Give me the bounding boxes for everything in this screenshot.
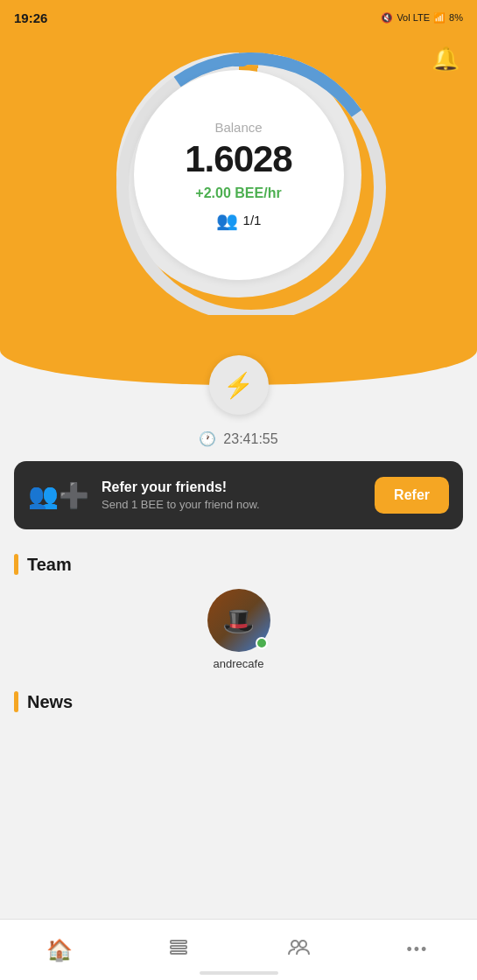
team-title: Team: [27, 555, 72, 575]
news-section: News: [14, 691, 463, 712]
bottom-nav: 🏠 •••: [0, 919, 477, 980]
refer-card: 👥➕ Refer your friends! Send 1 BEE to you…: [14, 461, 463, 529]
circle-inner: Balance 1.6028 +2.00 BEE/hr 👥 1/1: [134, 70, 344, 280]
progress-dot: [230, 58, 248, 66]
balance-value: 1.6028: [185, 138, 291, 180]
battery-text: 8%: [449, 12, 463, 23]
timer-value: 23:41:55: [223, 431, 277, 447]
team-count-value: 1/1: [243, 213, 262, 228]
nav-home[interactable]: 🏠: [0, 920, 119, 980]
nav-more[interactable]: •••: [358, 920, 477, 980]
yellow-wave: ⚡: [0, 315, 477, 385]
refer-subtitle: Send 1 BEE to your friend now.: [102, 498, 362, 511]
top-section: 🔔 Balance 1.6028 +2.00 BEE/hr 👥 1/1: [0, 35, 477, 350]
list-icon: [168, 937, 189, 963]
balance-circle-container: Balance 1.6028 +2.00 BEE/hr 👥 1/1: [116, 52, 361, 298]
circle-outer: Balance 1.6028 +2.00 BEE/hr 👥 1/1: [116, 52, 361, 298]
refer-button[interactable]: Refer: [375, 477, 449, 514]
avatar-wrapper: 🎩: [207, 589, 270, 652]
more-icon: •••: [406, 941, 428, 959]
team-accent: [14, 554, 18, 575]
svg-rect-3: [171, 946, 186, 948]
bell-icon[interactable]: 🔔: [431, 46, 459, 73]
mute-icon: 🔇: [381, 12, 393, 24]
svg-rect-4: [171, 951, 186, 954]
svg-point-6: [299, 941, 306, 948]
balance-label: Balance: [214, 120, 262, 135]
news-header: News: [14, 691, 463, 712]
vol-lte-text: Vol LTE: [396, 12, 430, 23]
status-bar: 19:26 🔇 Vol LTE 📶 8%: [0, 0, 477, 35]
lightning-icon: ⚡: [223, 371, 254, 400]
news-accent: [14, 691, 18, 712]
online-indicator: [256, 637, 268, 649]
people-icon: [287, 937, 310, 963]
status-icons: 🔇 Vol LTE 📶 8%: [381, 12, 463, 24]
clock-icon: 🕐: [199, 430, 216, 447]
curve-section: ⚡ 🕐 23:41:55 👥➕ Refer your friends! Send…: [0, 315, 477, 712]
lightning-button[interactable]: ⚡: [209, 355, 269, 415]
team-header: Team: [14, 554, 463, 575]
team-count-icon: 👥: [216, 210, 238, 231]
main-content: 👥➕ Refer your friends! Send 1 BEE to you…: [0, 461, 477, 712]
signal-icon: 📶: [433, 12, 445, 24]
svg-point-5: [291, 941, 298, 948]
team-section: Team 🎩 andrecafe: [14, 554, 463, 670]
refer-title: Refer your friends!: [102, 480, 362, 495]
news-title: News: [27, 692, 73, 712]
member-name: andrecafe: [214, 657, 264, 670]
refer-add-icon: 👥➕: [28, 481, 89, 510]
team-member[interactable]: 🎩 andrecafe: [14, 589, 463, 670]
status-time: 19:26: [14, 10, 47, 25]
bee-rate: +2.00 BEE/hr: [195, 186, 281, 201]
home-icon: 🏠: [46, 938, 73, 962]
svg-rect-2: [171, 941, 186, 943]
nav-indicator: [200, 971, 278, 975]
team-count: 👥 1/1: [216, 210, 262, 231]
refer-text: Refer your friends! Send 1 BEE to your f…: [102, 480, 362, 511]
